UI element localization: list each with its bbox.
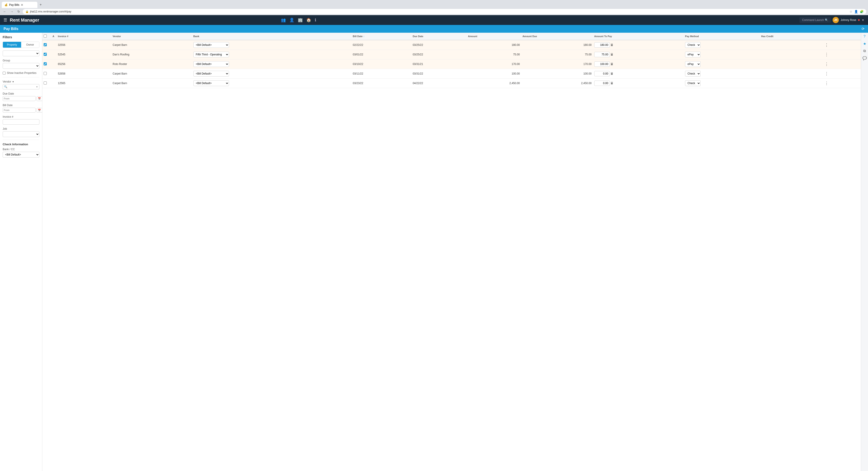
due-date-from-cal[interactable]: 📅 xyxy=(36,96,42,101)
select-all-checkbox[interactable] xyxy=(43,34,47,38)
tab-owner[interactable]: Owner xyxy=(21,42,39,48)
bank-select[interactable]: <Bill Default>Fifth Third - OperatingCha… xyxy=(193,80,229,86)
th-pay xyxy=(42,33,51,40)
app-logo: Rent Manager xyxy=(10,18,39,23)
bookmark-icon[interactable]: ☆ xyxy=(849,10,852,13)
forward-button[interactable]: → xyxy=(9,9,15,14)
vendor-dropdown-icon[interactable]: ▼ xyxy=(36,86,38,88)
bill-date-from[interactable] xyxy=(3,108,36,113)
pay-method-cell: CheckePayACHWire xyxy=(684,40,760,50)
pay-method-select[interactable]: CheckePayACHWire xyxy=(685,61,701,67)
amount-to-pay-input[interactable] xyxy=(594,52,610,57)
building-icon[interactable]: 🏢 xyxy=(298,18,303,23)
has-credit-cell xyxy=(760,50,822,59)
more-button[interactable]: ⋮ xyxy=(823,61,830,67)
has-credit-cell xyxy=(760,59,822,69)
job-select[interactable] xyxy=(3,131,39,137)
th-actions xyxy=(822,33,861,40)
bill-date-cell: 03/23/22 xyxy=(351,78,411,88)
command-launch-button[interactable]: Command Launch 🔍 xyxy=(800,17,831,23)
page-refresh-icon[interactable]: ⟳ xyxy=(862,27,864,31)
show-inactive-checkbox[interactable] xyxy=(3,72,6,74)
vendor-cell: Carpet Barn xyxy=(111,69,192,78)
more-button[interactable]: ⋮ xyxy=(823,80,830,86)
calc-icon[interactable]: 🖩 xyxy=(610,53,613,56)
calc-icon[interactable]: 🖩 xyxy=(610,82,613,85)
profile-icon[interactable]: 👤 xyxy=(854,10,858,13)
person-icon[interactable]: 👤 xyxy=(289,18,294,23)
more-button[interactable]: ⋮ xyxy=(823,52,830,57)
amount-to-pay-cell: 🖩 xyxy=(593,78,684,88)
bill-date-cell: 03/01/22 xyxy=(351,50,411,59)
new-tab-button[interactable]: + xyxy=(37,1,44,8)
due-date-from[interactable] xyxy=(3,96,36,101)
calc-icon[interactable]: 🖩 xyxy=(610,43,613,47)
due-date-label: Due Date xyxy=(3,92,39,95)
vendor-expand-icon[interactable]: ▼ xyxy=(12,81,14,83)
th-vendor: Vendor xyxy=(111,33,192,40)
bank-select[interactable]: <Bill Default>Fifth Third - OperatingCha… xyxy=(193,61,229,67)
browser-tab[interactable]: 💰 Pay Bills ✕ xyxy=(2,2,37,8)
tab-property[interactable]: Property xyxy=(3,42,21,48)
bank-cc-select[interactable]: <Bill Default> xyxy=(3,152,39,158)
amount-to-pay-input[interactable] xyxy=(594,61,610,67)
bank-cell: <Bill Default>Fifth Third - OperatingCha… xyxy=(192,78,352,88)
people-icon[interactable]: 👥 xyxy=(281,18,286,23)
calc-icon[interactable]: 🖩 xyxy=(610,62,613,66)
bank-cc-label: Bank / CC xyxy=(3,148,39,151)
amount-to-pay-cell: 🖩 xyxy=(593,69,684,78)
calc-icon[interactable]: 🖩 xyxy=(610,72,613,75)
bank-select[interactable]: <Bill Default>Fifth Third - OperatingCha… xyxy=(193,42,229,48)
pay-method-select[interactable]: CheckePayACHWire xyxy=(685,52,701,57)
pay-method-select[interactable]: CheckePayACHWire xyxy=(685,42,701,48)
pay-checkbox[interactable] xyxy=(43,43,47,46)
info-icon[interactable]: ℹ xyxy=(315,18,316,23)
vendor-search-input[interactable] xyxy=(3,84,39,89)
hamburger-menu-button[interactable]: ☰ xyxy=(4,18,7,23)
refresh-button[interactable]: ↻ xyxy=(16,9,21,14)
amount-to-pay-input[interactable] xyxy=(594,71,610,76)
pay-checkbox[interactable] xyxy=(43,82,47,85)
pay-checkbox[interactable] xyxy=(43,53,47,56)
user-menu-icon[interactable]: ▼ xyxy=(862,19,864,22)
check-info-title: Check Information xyxy=(3,143,39,146)
bill-date-range: 📅 📅 xyxy=(3,108,39,113)
pay-checkbox[interactable] xyxy=(43,62,47,65)
extension-icon[interactable]: 🧩 xyxy=(860,10,864,13)
more-actions-cell: ⋮ xyxy=(822,59,861,69)
amount-to-pay-input[interactable] xyxy=(594,81,610,86)
due-date-cell: 03/31/22 xyxy=(411,69,467,78)
amount-due-cell: 75.00 xyxy=(521,50,593,59)
group-filter: Group xyxy=(3,59,39,69)
more-button[interactable]: ⋮ xyxy=(823,42,830,48)
back-button[interactable]: ← xyxy=(2,9,7,14)
th-pay-method: Pay Method xyxy=(684,33,760,40)
th-bill-date[interactable]: Bill Date xyxy=(351,33,411,40)
header-right-section: Command Launch 🔍 JR Johnny Rose ▼ xyxy=(800,17,864,23)
bank-cell: <Bill Default>Fifth Third - OperatingCha… xyxy=(192,59,352,69)
property-select[interactable] xyxy=(3,51,39,56)
bank-select[interactable]: <Bill Default>Fifth Third - OperatingCha… xyxy=(193,52,229,57)
amount-cell: 170.00 xyxy=(467,59,521,69)
right-question-icon[interactable]: ? xyxy=(864,34,866,38)
a-cell xyxy=(51,69,57,78)
more-button[interactable]: ⋮ xyxy=(823,71,830,76)
group-select[interactable] xyxy=(3,63,39,69)
amount-to-pay-input[interactable] xyxy=(594,42,610,48)
home-icon[interactable]: 🏠 xyxy=(306,18,311,23)
invoice-input[interactable] xyxy=(3,119,39,125)
bank-select[interactable]: <Bill Default>Fifth Third - OperatingCha… xyxy=(193,71,229,76)
bills-table: A Invoice # Vendor Bank Bill Date Due Da… xyxy=(42,33,861,88)
pay-method-select[interactable]: CheckePayACHWire xyxy=(685,71,701,76)
th-bill-date-label: Bill Date xyxy=(353,35,363,38)
right-chat-icon[interactable]: 💬 xyxy=(862,56,867,60)
divider-1 xyxy=(3,77,39,77)
bill-date-from-cal[interactable]: 📅 xyxy=(36,108,42,113)
right-star-icon[interactable]: ★ xyxy=(863,41,866,46)
pay-method-select[interactable]: CheckePayACHWire xyxy=(685,80,701,86)
right-copy-icon[interactable]: ⧉ xyxy=(863,49,866,53)
invoice-label: Invoice # xyxy=(3,115,39,118)
pay-checkbox[interactable] xyxy=(43,72,47,75)
tab-close-button[interactable]: ✕ xyxy=(21,3,23,7)
a-cell xyxy=(51,50,57,59)
